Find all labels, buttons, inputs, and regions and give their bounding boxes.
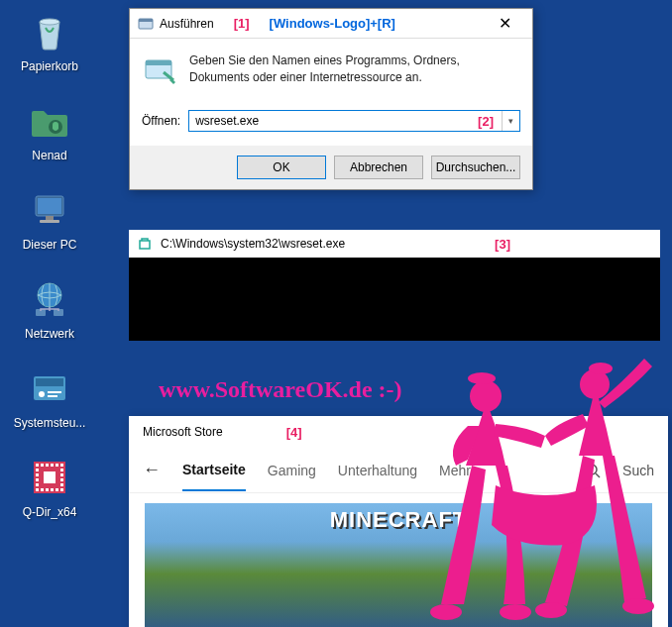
desktop-icon-label: Q-Dir_x64 bbox=[23, 505, 77, 519]
annotation-3: [3] bbox=[495, 237, 510, 252]
console-body[interactable] bbox=[129, 258, 660, 341]
svg-point-43 bbox=[470, 380, 502, 412]
desktop-icon-qdir[interactable]: Q-Dir_x64 bbox=[12, 454, 87, 519]
desktop-icon-folder[interactable]: Nenad bbox=[12, 97, 87, 162]
run-body: Geben Sie den Namen eines Programms, Ord… bbox=[130, 39, 532, 106]
recycle-bin-icon bbox=[26, 8, 73, 55]
control-panel-icon bbox=[26, 365, 73, 412]
run-button-row: OK Abbrechen Durchsuchen... bbox=[130, 146, 532, 189]
desktop-icon-network[interactable]: Netzwerk bbox=[12, 275, 87, 341]
svg-rect-23 bbox=[36, 473, 39, 476]
store-nav: ← Startseite Gaming Unterhaltung Mehr ⌄ … bbox=[129, 448, 668, 493]
chevron-down-icon: ▾ bbox=[508, 116, 513, 126]
chevron-down-icon: ⌄ bbox=[478, 467, 486, 477]
run-titlebar[interactable]: Ausführen [1] [Windows-Logo]+[R] ✕ bbox=[130, 9, 532, 39]
desktop-icon-label: Netzwerk bbox=[25, 327, 74, 341]
svg-rect-5 bbox=[40, 220, 59, 223]
console-window: C:\Windows\system32\wsreset.exe [3] bbox=[129, 230, 660, 341]
desktop-icon-label: Nenad bbox=[32, 149, 66, 162]
svg-line-42 bbox=[596, 473, 600, 477]
console-title-path: C:\Windows\system32\wsreset.exe bbox=[161, 237, 345, 251]
svg-point-41 bbox=[587, 465, 597, 474]
svg-rect-24 bbox=[60, 473, 63, 476]
svg-rect-37 bbox=[139, 19, 153, 22]
store-window: Microsoft Store [4] ← Startseite Gaming … bbox=[129, 416, 668, 627]
svg-point-11 bbox=[39, 391, 45, 397]
run-description: Geben Sie den Namen eines Programms, Ord… bbox=[189, 52, 520, 88]
computer-icon bbox=[26, 186, 73, 234]
run-dialog: Ausführen [1] [Windows-Logo]+[R] ✕ Geben… bbox=[129, 8, 533, 190]
annotation-hint: [Windows-Logo]+[R] bbox=[270, 16, 395, 31]
folder-icon bbox=[26, 97, 73, 145]
svg-rect-25 bbox=[36, 478, 39, 481]
tab-more[interactable]: Mehr ⌄ bbox=[439, 451, 486, 490]
desktop-icon-control-panel[interactable]: Systemsteu... bbox=[12, 365, 87, 430]
svg-rect-33 bbox=[56, 488, 58, 491]
store-titlebar[interactable]: Microsoft Store [4] bbox=[129, 416, 668, 448]
svg-rect-35 bbox=[44, 471, 56, 483]
ok-button[interactable]: OK bbox=[237, 156, 326, 179]
tab-gaming[interactable]: Gaming bbox=[268, 451, 316, 490]
svg-rect-16 bbox=[41, 464, 44, 467]
run-open-label: Öffnen: bbox=[142, 114, 180, 128]
run-title-icon bbox=[138, 16, 154, 32]
svg-rect-18 bbox=[51, 464, 54, 467]
svg-point-0 bbox=[40, 19, 59, 25]
annotation-4: [4] bbox=[286, 425, 302, 440]
run-open-combobox[interactable]: [2] ▾ bbox=[188, 110, 520, 132]
run-title: Ausführen bbox=[160, 17, 214, 31]
svg-rect-19 bbox=[56, 464, 58, 467]
search-button[interactable] bbox=[585, 463, 601, 478]
desktop-icon-label: Dieser PC bbox=[23, 238, 77, 252]
svg-rect-31 bbox=[46, 488, 49, 491]
desktop-icon-label: Papierkorb bbox=[21, 59, 78, 73]
svg-rect-4 bbox=[46, 216, 54, 220]
svg-rect-3 bbox=[38, 198, 61, 214]
annotation-1: [1] bbox=[234, 16, 250, 31]
run-open-row: Öffnen: [2] ▾ bbox=[130, 106, 532, 146]
cancel-button[interactable]: Abbrechen bbox=[334, 156, 423, 179]
annotation-2: [2] bbox=[470, 111, 502, 131]
svg-rect-30 bbox=[41, 488, 44, 491]
svg-point-44 bbox=[468, 372, 496, 384]
svg-rect-32 bbox=[51, 488, 54, 491]
svg-rect-28 bbox=[60, 483, 63, 486]
console-titlebar[interactable]: C:\Windows\system32\wsreset.exe [3] bbox=[129, 230, 660, 258]
desktop-icon-this-pc[interactable]: Dieser PC bbox=[12, 186, 87, 252]
network-icon bbox=[26, 275, 73, 323]
desktop-icon-label: Systemsteu... bbox=[14, 416, 86, 430]
svg-rect-12 bbox=[48, 391, 61, 393]
search-icon bbox=[585, 463, 601, 478]
close-icon: ✕ bbox=[499, 14, 511, 33]
svg-rect-27 bbox=[36, 483, 39, 486]
desktop-icons: Papierkorb Nenad Dieser PC bbox=[12, 8, 87, 519]
close-button[interactable]: ✕ bbox=[485, 10, 524, 38]
svg-rect-20 bbox=[60, 464, 63, 467]
svg-rect-22 bbox=[60, 469, 63, 471]
watermark-text: www.SoftwareOK.de :-) bbox=[159, 376, 402, 403]
store-hero-banner[interactable]: MINECRAFT bbox=[145, 503, 652, 627]
run-open-input[interactable] bbox=[189, 111, 470, 131]
svg-rect-29 bbox=[36, 488, 39, 491]
svg-rect-10 bbox=[36, 378, 63, 386]
svg-rect-21 bbox=[36, 469, 39, 471]
browse-button[interactable]: Durchsuchen... bbox=[431, 156, 520, 179]
back-button[interactable]: ← bbox=[143, 460, 161, 480]
store-title: Microsoft Store bbox=[143, 425, 223, 439]
tab-home[interactable]: Startseite bbox=[182, 450, 246, 491]
run-dialog-icon bbox=[142, 52, 177, 88]
search-label[interactable]: Such bbox=[622, 463, 654, 478]
svg-rect-13 bbox=[48, 395, 57, 397]
tab-entertainment[interactable]: Unterhaltung bbox=[338, 451, 417, 490]
dropdown-button[interactable]: ▾ bbox=[502, 111, 519, 131]
desktop-icon-recycle-bin[interactable]: Papierkorb bbox=[12, 8, 87, 73]
store-title-icon bbox=[137, 236, 153, 252]
svg-rect-26 bbox=[60, 478, 63, 481]
svg-point-48 bbox=[589, 363, 613, 374]
svg-rect-15 bbox=[36, 464, 39, 467]
svg-rect-39 bbox=[146, 60, 171, 65]
arrow-left-icon: ← bbox=[143, 460, 161, 479]
svg-rect-17 bbox=[46, 464, 49, 467]
hero-logo-text: MINECRAFT bbox=[330, 507, 468, 533]
svg-point-47 bbox=[580, 369, 610, 399]
